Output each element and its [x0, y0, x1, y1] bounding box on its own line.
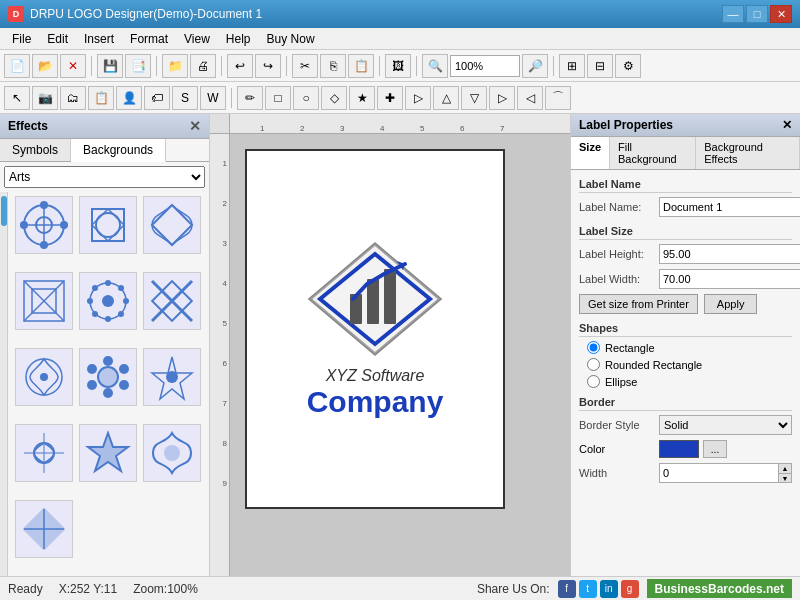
- tool-word[interactable]: W: [200, 86, 226, 110]
- open-folder-button[interactable]: 📁: [162, 54, 188, 78]
- tool-text[interactable]: S: [172, 86, 198, 110]
- border-style-select[interactable]: Solid Dashed Dotted None: [659, 415, 792, 435]
- redo-button[interactable]: ↪: [255, 54, 281, 78]
- label-properties-close[interactable]: ✕: [782, 118, 792, 132]
- image-button[interactable]: 🖼: [385, 54, 411, 78]
- label-name-row: Label Name: Document 1: [579, 197, 792, 217]
- color-picker-button[interactable]: ...: [703, 440, 727, 458]
- menu-edit[interactable]: Edit: [39, 30, 76, 48]
- tool-ellipse[interactable]: ○: [293, 86, 319, 110]
- tool-triangle[interactable]: △: [433, 86, 459, 110]
- minimize-button[interactable]: —: [722, 5, 744, 23]
- cut-button[interactable]: ✂: [292, 54, 318, 78]
- tool-arrow-right[interactable]: ▷: [405, 86, 431, 110]
- undo-button[interactable]: ↩: [227, 54, 253, 78]
- svg-point-34: [119, 364, 129, 374]
- border-width-label: Width: [579, 467, 659, 479]
- tool-list[interactable]: 📋: [88, 86, 114, 110]
- border-width-input[interactable]: 0: [659, 463, 778, 483]
- menu-format[interactable]: Format: [122, 30, 176, 48]
- label-name-input[interactable]: Document 1: [659, 197, 800, 217]
- effect-item[interactable]: [143, 196, 201, 254]
- grid-button[interactable]: ⊞: [559, 54, 585, 78]
- tool-arrow-right2[interactable]: ▷: [489, 86, 515, 110]
- tool-cross[interactable]: ✚: [377, 86, 403, 110]
- tab-symbols[interactable]: Symbols: [0, 139, 71, 161]
- effect-item[interactable]: [15, 272, 73, 330]
- tool-arrow-down[interactable]: ▽: [461, 86, 487, 110]
- effects-grid: [8, 192, 209, 576]
- effect-item[interactable]: [15, 424, 73, 482]
- status-coords: X:252 Y:11: [59, 582, 118, 596]
- effects-category-select[interactable]: Arts Nature Abstract Geometric: [4, 166, 205, 188]
- shapes-section: Shapes Rectangle Rounded Rectangle Ellip…: [579, 322, 792, 388]
- tab-fill-background[interactable]: Fill Background: [610, 137, 696, 169]
- effect-item[interactable]: [15, 348, 73, 406]
- effect-item[interactable]: [15, 500, 73, 558]
- border-width-increment[interactable]: ▲: [778, 463, 792, 473]
- close-doc-button[interactable]: ✕: [60, 54, 86, 78]
- close-button[interactable]: ✕: [770, 5, 792, 23]
- zoom-out-button[interactable]: 🔎: [522, 54, 548, 78]
- tool-rect[interactable]: □: [265, 86, 291, 110]
- get-size-button[interactable]: Get size from Printer: [579, 294, 698, 314]
- settings-button[interactable]: ⚙: [615, 54, 641, 78]
- menu-insert[interactable]: Insert: [76, 30, 122, 48]
- grid2-button[interactable]: ⊟: [587, 54, 613, 78]
- save-as-button[interactable]: 📑: [125, 54, 151, 78]
- save-button[interactable]: 💾: [97, 54, 123, 78]
- effect-item[interactable]: [143, 272, 201, 330]
- apply-button[interactable]: Apply: [704, 294, 758, 314]
- effects-panel: Effects ✕ Symbols Backgrounds Arts Natur…: [0, 114, 210, 576]
- print-button[interactable]: 🖨: [190, 54, 216, 78]
- border-width-decrement[interactable]: ▼: [778, 473, 792, 483]
- copy-button[interactable]: ⎘: [320, 54, 346, 78]
- zoom-in-button[interactable]: 🔍: [422, 54, 448, 78]
- shape-rectangle-radio[interactable]: [587, 341, 600, 354]
- tool-badge[interactable]: 🏷: [144, 86, 170, 110]
- tool-camera[interactable]: 📷: [32, 86, 58, 110]
- tab-background-effects[interactable]: Background Effects: [696, 137, 800, 169]
- facebook-icon[interactable]: f: [558, 580, 576, 598]
- shape-rounded-radio[interactable]: [587, 358, 600, 371]
- paste-button[interactable]: 📋: [348, 54, 374, 78]
- zoom-input[interactable]: 100%: [450, 55, 520, 77]
- menu-view[interactable]: View: [176, 30, 218, 48]
- new-button[interactable]: 📄: [4, 54, 30, 78]
- menu-help[interactable]: Help: [218, 30, 259, 48]
- effect-item[interactable]: [79, 272, 137, 330]
- effect-item[interactable]: [143, 424, 201, 482]
- tool-layers[interactable]: 🗂: [60, 86, 86, 110]
- tab-backgrounds[interactable]: Backgrounds: [71, 139, 166, 162]
- effects-close-button[interactable]: ✕: [189, 118, 201, 134]
- tool-arrow-left[interactable]: ◁: [517, 86, 543, 110]
- svg-point-40: [166, 371, 178, 383]
- effect-item[interactable]: [143, 348, 201, 406]
- width-input[interactable]: 70.00: [659, 269, 800, 289]
- open-button[interactable]: 📂: [32, 54, 58, 78]
- tool-pen[interactable]: ✏: [237, 86, 263, 110]
- twitter-icon[interactable]: t: [579, 580, 597, 598]
- height-input[interactable]: 95.00: [659, 244, 800, 264]
- menu-buynow[interactable]: Buy Now: [259, 30, 323, 48]
- app-icon: D: [8, 6, 24, 22]
- effect-item[interactable]: [79, 348, 137, 406]
- linkedin-icon[interactable]: in: [600, 580, 618, 598]
- effects-tabs: Symbols Backgrounds: [0, 139, 209, 162]
- effect-item[interactable]: [79, 196, 137, 254]
- effect-item[interactable]: [15, 196, 73, 254]
- tool-star[interactable]: ★: [349, 86, 375, 110]
- size-buttons-row: Get size from Printer Apply: [579, 294, 792, 314]
- shape-ellipse-radio[interactable]: [587, 375, 600, 388]
- tool-diamond[interactable]: ◇: [321, 86, 347, 110]
- tool-curve[interactable]: ⌒: [545, 86, 571, 110]
- shapes-section-title: Shapes: [579, 322, 792, 337]
- google-icon[interactable]: g: [621, 580, 639, 598]
- tool-user[interactable]: 👤: [116, 86, 142, 110]
- maximize-button[interactable]: □: [746, 5, 768, 23]
- color-swatch[interactable]: [659, 440, 699, 458]
- tool-select[interactable]: ↖: [4, 86, 30, 110]
- effect-item[interactable]: [79, 424, 137, 482]
- menu-file[interactable]: File: [4, 30, 39, 48]
- tab-size[interactable]: Size: [571, 137, 610, 169]
